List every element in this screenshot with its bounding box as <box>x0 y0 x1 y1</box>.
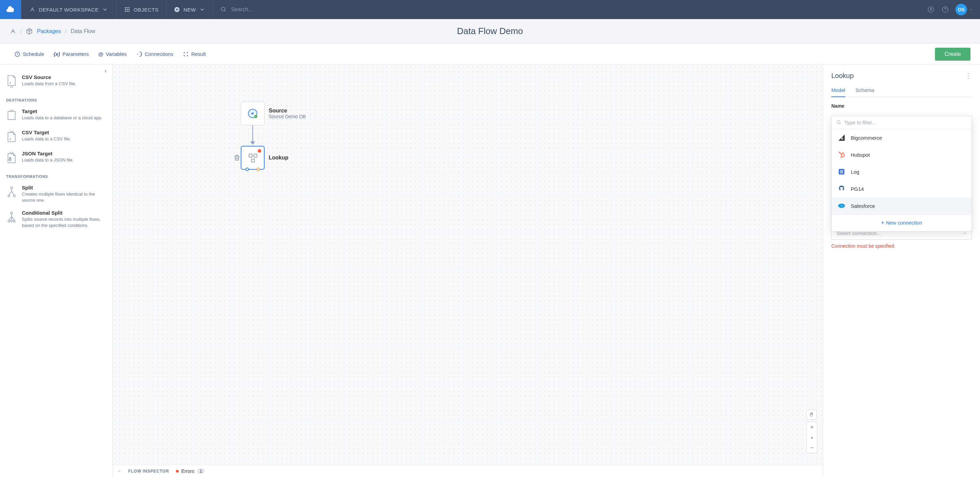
svg-point-10 <box>222 7 225 11</box>
connection-option-pg14[interactable]: PG14 <box>832 180 972 197</box>
canvas-controls: + ● − <box>807 410 817 453</box>
new-button[interactable]: NEW <box>166 0 213 19</box>
log-icon <box>838 168 845 176</box>
chevron-up-icon <box>963 231 967 235</box>
svg-rect-7 <box>127 11 128 12</box>
panel-tabs: Model Schema <box>831 87 972 97</box>
panel-title: Lookup <box>831 72 854 80</box>
compass-icon[interactable] <box>927 5 935 14</box>
component-target[interactable]: TargetLoads data to a database or a clou… <box>0 105 112 126</box>
port-out-left[interactable] <box>245 168 249 171</box>
breadcrumb-packages[interactable]: Packages <box>37 28 61 35</box>
main: , CSV SourceLoads data from a CSV file. … <box>0 65 980 477</box>
svg-point-22 <box>11 220 12 222</box>
lookup-icon <box>247 152 259 164</box>
search-wrap <box>213 6 927 13</box>
schedule-link[interactable]: Schedule <box>10 51 49 57</box>
component-split[interactable]: SplitCreates multiple flows identical to… <box>0 181 112 206</box>
file-icon: , <box>6 130 17 144</box>
zoom-in-button[interactable]: + <box>807 422 817 433</box>
result-link[interactable]: Result <box>178 51 211 57</box>
component-conditional-split[interactable]: Conditional SplitSplits source records i… <box>0 206 112 232</box>
split-icon <box>6 185 17 199</box>
component-csv-source[interactable]: , CSV SourceLoads data from a CSV file. <box>0 71 112 92</box>
salesforce-icon: sf <box>838 202 845 209</box>
chevron-down-icon <box>102 6 108 13</box>
connection-option-salesforce[interactable]: sf Salesforce <box>832 197 972 214</box>
tab-model[interactable]: Model <box>831 87 845 97</box>
breadcrumb-bar: / Packages / Data Flow Data Flow Demo <box>0 19 980 44</box>
zoom-out-button[interactable]: − <box>807 442 817 453</box>
target-icon <box>6 108 17 123</box>
delete-node-button[interactable] <box>233 154 241 162</box>
create-button[interactable]: Create <box>935 48 970 61</box>
postgres-icon <box>838 185 845 192</box>
svg-point-23 <box>13 220 15 222</box>
breadcrumb-current: Data Flow <box>71 28 95 35</box>
search-input[interactable] <box>231 6 333 13</box>
grid-icon <box>124 6 130 13</box>
properties-panel: Lookup ⋮ Model Schema Name B Bigcommerce… <box>823 65 980 477</box>
tab-schema[interactable]: Schema <box>856 87 874 97</box>
errors-tab[interactable]: Errors1 <box>176 469 205 474</box>
pan-button[interactable] <box>807 410 817 420</box>
hubspot-icon <box>838 151 845 158</box>
connection-option-log[interactable]: Log <box>832 163 972 180</box>
action-bar: Schedule (x)Parameters @Variables Connec… <box>0 44 980 65</box>
search-icon <box>221 6 227 13</box>
svg-point-37 <box>842 188 843 189</box>
workspace-icon[interactable] <box>10 28 16 35</box>
connection-option-hubspot[interactable]: Hubspot <box>832 146 972 163</box>
node-lookup[interactable]: Lookup <box>241 146 288 170</box>
search-icon <box>837 120 842 125</box>
objects-button[interactable]: OBJECTS <box>117 0 166 19</box>
sidebar-collapse[interactable] <box>103 69 108 75</box>
svg-rect-0 <box>125 7 126 8</box>
error-indicator-icon <box>258 149 261 153</box>
connections-link[interactable]: Connections <box>132 51 178 57</box>
package-icon <box>26 28 33 35</box>
inspector-label: FLOW INSPECTOR <box>128 469 169 474</box>
svg-rect-27 <box>254 154 257 157</box>
svg-rect-2 <box>129 7 130 8</box>
connection-filter-input[interactable] <box>844 120 967 125</box>
zoom-reset-button[interactable]: ● <box>807 433 817 442</box>
arrow-icon <box>250 141 255 145</box>
node-source[interactable]: Source Source Demo DB <box>241 101 306 125</box>
app-logo[interactable] <box>0 0 21 19</box>
chevron-up-icon <box>117 469 121 473</box>
svg-point-36 <box>840 188 841 189</box>
connection-option-bigcommerce[interactable]: B Bigcommerce <box>832 129 972 146</box>
variables-link[interactable]: @Variables <box>94 51 131 57</box>
database-icon <box>247 107 259 120</box>
flow-canvas[interactable]: Source Source Demo DB Lookup + ● − <box>113 65 823 477</box>
panel-menu-icon[interactable]: ⋮ <box>965 71 972 80</box>
svg-point-18 <box>8 195 10 197</box>
svg-point-29 <box>837 120 840 124</box>
svg-text:,: , <box>10 136 11 140</box>
svg-point-17 <box>11 187 12 189</box>
workspace-label: DEFAULT WORKSPACE <box>39 7 99 13</box>
flow-inspector-bar[interactable]: FLOW INSPECTOR Errors1 <box>113 465 823 477</box>
connection-error: Connection must be specified. <box>831 243 972 249</box>
help-icon[interactable] <box>941 5 949 14</box>
svg-rect-5 <box>129 9 130 10</box>
port-out-right[interactable] <box>256 168 260 171</box>
workspace-selector[interactable]: DEFAULT WORKSPACE <box>21 0 116 19</box>
user-menu[interactable]: OS <box>955 4 973 15</box>
svg-rect-1 <box>127 7 128 8</box>
new-connection-button[interactable]: + New connection <box>832 214 972 231</box>
svg-point-21 <box>8 220 10 222</box>
svg-text:{}: {} <box>9 157 11 161</box>
parameters-link[interactable]: (x)Parameters <box>49 51 94 57</box>
svg-rect-8 <box>129 11 130 12</box>
component-csv-target[interactable]: , CSV TargetLoads data to a CSV file. <box>0 126 112 147</box>
component-json-target[interactable]: {} JSON TargetLoads data to a JSON file. <box>0 147 112 168</box>
svg-rect-4 <box>127 9 128 10</box>
page-title: Data Flow Demo <box>457 26 523 36</box>
split-icon <box>6 210 17 224</box>
svg-rect-6 <box>125 11 126 12</box>
svg-rect-26 <box>249 154 252 157</box>
svg-point-19 <box>13 195 15 197</box>
section-destinations: DESTINATIONS <box>0 92 112 105</box>
